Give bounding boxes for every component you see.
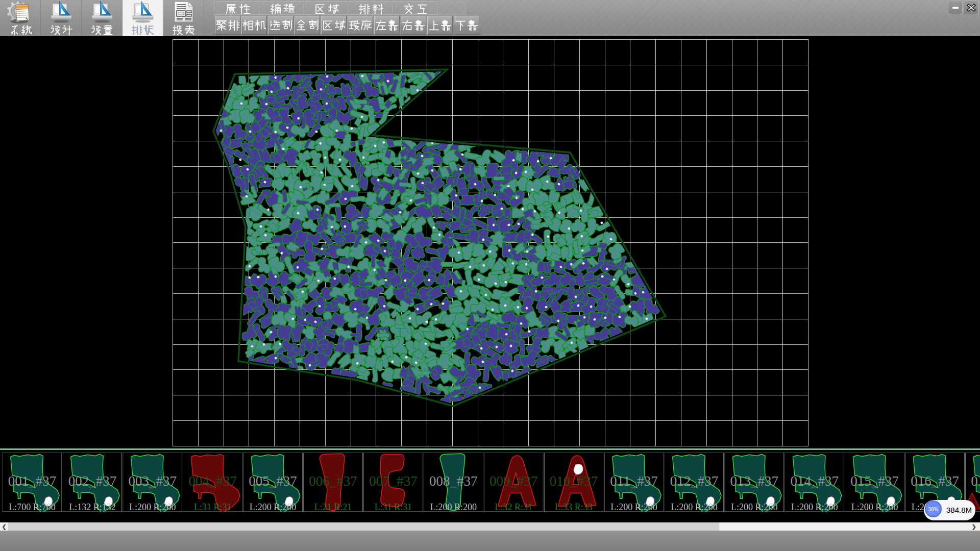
svg-text:013_#37: 013_#37 (730, 473, 779, 489)
svg-text:L:200 R:200: L:200 R:200 (129, 502, 176, 512)
svg-text:L:132 R:132: L:132 R:132 (69, 502, 116, 512)
svg-text:004_#37: 004_#37 (188, 473, 237, 489)
svg-text:L:31 R:31: L:31 R:31 (194, 502, 232, 512)
svg-text:L:200 R:200: L:200 R:200 (671, 502, 718, 512)
svg-text:005_#37: 005_#37 (249, 473, 297, 489)
svg-text:014_#37: 014_#37 (790, 473, 839, 489)
svg-text:L:200 R:200: L:200 R:200 (731, 502, 778, 512)
svg-text:011_#37: 011_#37 (610, 473, 658, 489)
svg-text:L:200 R:200: L:200 R:200 (791, 502, 838, 512)
svg-text:L:31 R:31: L:31 R:31 (375, 502, 412, 512)
svg-text:006_#37: 006_#37 (309, 473, 357, 489)
svg-text:012_#37: 012_#37 (670, 473, 719, 489)
svg-text:L:200 R:200: L:200 R:200 (851, 502, 898, 512)
svg-text:L:33 R:33: L:33 R:33 (555, 502, 593, 512)
svg-text:L:200 R:200: L:200 R:200 (250, 502, 297, 512)
svg-text:010_#37: 010_#37 (550, 473, 598, 489)
svg-text:008_#37: 008_#37 (429, 473, 478, 489)
svg-text:016_#37: 016_#37 (911, 473, 959, 489)
svg-text:L:21 R:21: L:21 R:21 (314, 502, 352, 512)
svg-text:017_#37: 017_#37 (971, 473, 980, 489)
svg-text:L:200 R:200: L:200 R:200 (610, 502, 657, 512)
svg-text:009_#37: 009_#37 (489, 473, 537, 489)
svg-text:003_#37: 003_#37 (129, 473, 177, 489)
svg-text:015_#37: 015_#37 (850, 473, 899, 489)
svg-text:L:200 R:200: L:200 R:200 (430, 502, 477, 512)
svg-text:L:32 R:31: L:32 R:31 (495, 502, 532, 512)
svg-text:L:700 R:700: L:700 R:700 (9, 502, 56, 512)
svg-text:002_#37: 002_#37 (68, 473, 117, 489)
svg-text:007_#37: 007_#37 (369, 473, 418, 489)
svg-text:001_#37: 001_#37 (8, 473, 57, 489)
